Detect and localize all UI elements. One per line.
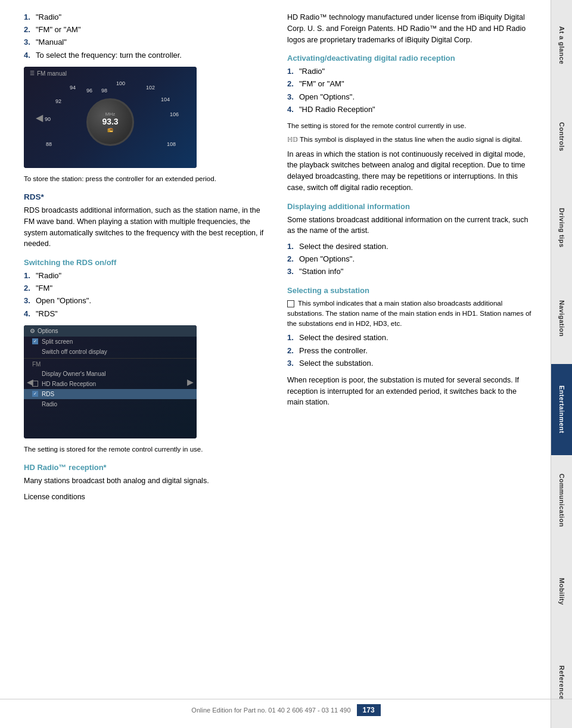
list-num: 4. [24, 50, 32, 61]
list-num: 3. [24, 295, 32, 306]
freq-104: 104 [161, 97, 170, 102]
sidebar-tab-mobility[interactable]: Mobility [551, 546, 572, 637]
setting-note-right: The setting is stored for the remote con… [287, 121, 533, 131]
list-item: 2. "FM" or "AM" [287, 79, 533, 89]
analog-note: In areas in which the station is not con… [287, 149, 533, 194]
displaying-list: 1. Select the desired station. 2. Open "… [287, 241, 533, 278]
list-num: 3. [287, 266, 296, 277]
list-text: "Manual" [36, 37, 67, 48]
list-text: "FM" or "AM" [299, 79, 344, 89]
list-item: 4. "HD Radio Reception" [287, 104, 533, 115]
rds-text: RDS broadcasts additional information, s… [24, 205, 269, 250]
freq-100: 100 [116, 80, 125, 86]
dial-center: MHz 93.3 📻 [102, 111, 118, 133]
list-text: "Station info" [299, 266, 343, 277]
freq-90: 90 [45, 116, 51, 122]
freq-94: 94 [70, 85, 76, 91]
page-footer: Online Edition for Part no. 01 40 2 606 … [0, 699, 572, 716]
freq-unit: MHz [102, 111, 118, 117]
activating-list: 1. "Radio" 2. "FM" or "AM" 3. Open "Opti… [287, 66, 533, 115]
hd-license-text: HD Radio™ technology manufactured under … [287, 12, 533, 45]
list-text: "FM" or "AM" [36, 24, 81, 35]
freq-102: 102 [146, 85, 155, 91]
freq-arc-container: 98 100 102 104 106 108 96 94 92 90 88 [33, 76, 188, 159]
freq-96: 96 [86, 88, 92, 94]
options-item-split: ✓ Split screen [24, 337, 197, 347]
displaying-text: Some stations broadcast additional infor… [287, 214, 533, 237]
hd-symbol-text: This symbol is displayed in the status l… [300, 136, 522, 143]
sidebar-tab-at-a-glance[interactable]: At a glance [551, 0, 572, 91]
list-item: 1. Select the desired station. [287, 241, 533, 252]
options-title: Options [38, 328, 58, 334]
list-num: 2. [24, 283, 32, 294]
options-item-rds: ✓ RDS [24, 389, 197, 399]
list-text: Select the desired station. [299, 241, 388, 252]
store-note: To store the station: press the controll… [24, 174, 269, 184]
sidebar: At a glance Controls Driving tips Naviga… [551, 0, 572, 728]
list-num: 3. [287, 358, 296, 369]
list-item: 3. Select the substation. [287, 358, 533, 369]
freq-value: 93.3 [102, 117, 118, 127]
options-item-hd-radio: HD Radio Reception [24, 379, 197, 389]
sidebar-tab-driving-tips[interactable]: Driving tips [551, 182, 572, 273]
list-text: "HD Radio Reception" [299, 104, 375, 115]
switching-heading: Switching the RDS on/off [24, 258, 269, 267]
list-num: 3. [287, 92, 296, 102]
hd-radio-heading: HD Radio™ reception* [24, 463, 269, 472]
list-num: 4. [287, 104, 296, 115]
list-text: "RDS" [36, 309, 58, 319]
freq-98: 98 [101, 88, 107, 94]
substation-text: This symbol indicates that a main statio… [287, 300, 531, 328]
list-item: 4. To select the frequency: turn the con… [24, 50, 269, 61]
item-label: RDS [42, 391, 54, 397]
item-label: Display Owner's Manual [42, 371, 106, 377]
list-text: "Radio" [299, 66, 325, 77]
freq-108: 108 [167, 141, 176, 147]
switching-list: 1. "Radio" 2. "FM" 3. Open "Options". 4.… [24, 270, 269, 319]
list-item: 2. "FM" or "AM" [24, 24, 269, 35]
hd-text1: Many stations broadcast both analog and … [24, 475, 269, 487]
left-column: 1. "Radio" 2. "FM" or "AM" 3. "Manual" 4… [24, 12, 269, 692]
list-num: 4. [24, 309, 32, 319]
page-container: 1. "Radio" 2. "FM" or "AM" 3. "Manual" 4… [0, 0, 572, 728]
list-text: Open "Options". [299, 92, 355, 102]
list-text: "Radio" [36, 270, 61, 281]
rds-heading: RDS* [24, 192, 269, 201]
gear-icon: ⚙ [30, 328, 35, 334]
setting-note-left: The setting is stored for the remote con… [24, 444, 269, 455]
main-content: 1. "Radio" 2. "FM" or "AM" 3. "Manual" 4… [0, 0, 551, 728]
fm-radio-image: ☰ FM manual 98 100 102 104 106 108 96 94 [24, 67, 197, 168]
item-label: Radio [42, 401, 57, 407]
list-text: Open "Options". [299, 254, 355, 265]
fm-section: FM [24, 360, 197, 369]
list-text: "Radio" [36, 12, 61, 23]
hd-text2: License conditions [24, 491, 269, 503]
list-text: "FM" [36, 283, 52, 294]
options-separator [24, 358, 197, 359]
activating-heading: Activating/deactivating digital radio re… [287, 54, 533, 63]
sidebar-tab-controls[interactable]: Controls [551, 91, 572, 182]
hd-symbol-note: ℍ𝔻 This symbol is displayed in the statu… [287, 135, 533, 145]
options-item-switch-off: Switch off control display [24, 347, 197, 357]
item-label: Split screen [42, 338, 73, 345]
sidebar-tab-communication[interactable]: Communication [551, 455, 572, 546]
freq-88: 88 [46, 141, 52, 147]
list-num: 3. [24, 37, 32, 48]
options-title-bar: ⚙ Options [24, 325, 197, 337]
list-item: 3. Open "Options". [287, 92, 533, 102]
displaying-heading: Displaying additional information [287, 202, 533, 211]
options-image: ⚙ Options ✓ Split screen Switch off cont… [24, 325, 197, 438]
sidebar-tab-entertainment[interactable]: Entertainment [551, 364, 572, 455]
substation-symbol-note: This symbol indicates that a main statio… [287, 298, 533, 329]
list-num: 2. [24, 24, 32, 35]
dial-circle: MHz 93.3 📻 [86, 98, 134, 146]
list-item: 2. Open "Options". [287, 254, 533, 265]
list-item: 3. Open "Options". [24, 295, 269, 306]
sidebar-tab-navigation[interactable]: Navigation [551, 273, 572, 364]
left-arrow-icon: ◀ [36, 111, 43, 123]
list-text: To select the frequency: turn the contro… [36, 50, 182, 61]
right-column: HD Radio™ technology manufactured under … [287, 12, 533, 692]
list-text: Select the desired station. [299, 332, 388, 343]
list-num: 1. [287, 241, 296, 252]
list-item: 1. "Radio" [24, 270, 269, 281]
